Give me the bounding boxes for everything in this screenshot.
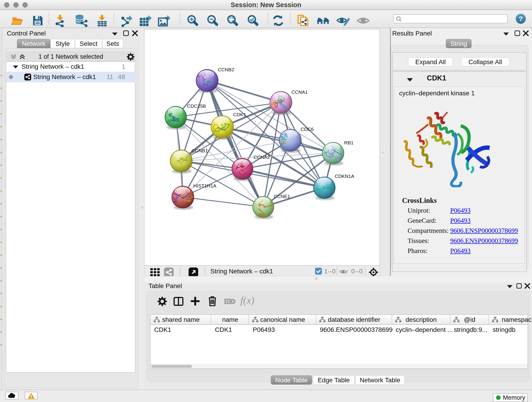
svg-text:RB1: RB1 (344, 140, 354, 145)
svg-text:CDC6: CDC6 (301, 127, 314, 132)
svg-text:CCNA1: CCNA1 (291, 89, 308, 95)
svg-text:CCNE1: CCNE1 (274, 194, 290, 199)
svg-text:CCNB1: CCNB1 (191, 148, 208, 153)
svg-text:CDK1: CDK1 (233, 112, 246, 117)
svg-text:HIST1H1A: HIST1H1A (193, 183, 216, 188)
svg-text:CDC25B: CDC25B (187, 103, 206, 109)
svg-text:CDKN1A: CDKN1A (335, 173, 354, 179)
svg-text:CCNB2: CCNB2 (218, 67, 234, 72)
svg-text:CCNA2: CCNA2 (254, 154, 270, 160)
